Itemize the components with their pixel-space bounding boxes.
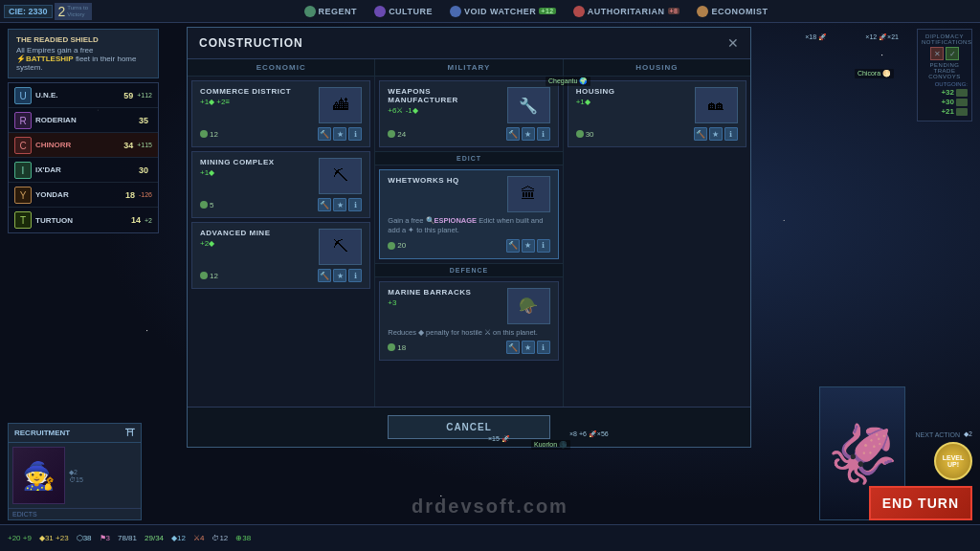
empire-avatar-ixdar: I	[14, 162, 32, 179]
empire-name-turtuon: TURTUON	[35, 216, 127, 225]
nav-economist[interactable]: ECONOMIST	[689, 4, 775, 19]
empire-row-ixdar[interactable]: I IX'DAR 30	[9, 158, 158, 183]
building-icon-advanced-mine: ⛏	[319, 229, 362, 265]
building-stat-commerce: +1◆ +2≡	[200, 98, 313, 106]
action-star-housing[interactable]: ★	[709, 127, 723, 141]
diplomacy-box: DIPLOMACYNOTIFICATIONS ✕ ✓ PENDING TRADE…	[917, 29, 972, 121]
action-info-housing[interactable]: ℹ	[724, 127, 738, 141]
action-star-commerce[interactable]: ★	[333, 127, 346, 141]
convoy-row-1: +32	[922, 88, 968, 97]
action-star-weapons[interactable]: ★	[522, 127, 535, 141]
building-card-commerce-district[interactable]: COMMERCE DISTRICT +1◆ +2≡ 🏙 12 🔨 ★ ℹ	[191, 80, 370, 147]
construction-modal: CONSTRUCTION ✕ ECONOMIC COMMERCE DISTRIC…	[187, 27, 751, 448]
building-icon-housing: 🏘	[695, 87, 738, 123]
building-stat-housing: +1◆	[576, 98, 689, 106]
stat-industry: ◆31 +23	[39, 534, 69, 542]
action-hammer-weapons[interactable]: 🔨	[506, 127, 520, 141]
stat-science: ◆12	[171, 534, 186, 542]
edicts-label: EDICTS	[9, 508, 141, 519]
diplomacy-title: DIPLOMACYNOTIFICATIONS	[922, 33, 968, 45]
modal-title: CONSTRUCTION	[199, 36, 303, 50]
action-hammer-housing[interactable]: 🔨	[694, 127, 707, 141]
action-hammer-whetworks[interactable]: 🔨	[506, 239, 520, 253]
cancel-button[interactable]: CANCEL	[388, 415, 550, 439]
building-cost-advanced-mine: 12	[200, 272, 218, 280]
empire-score-ixdar: 30	[139, 165, 148, 175]
empire-row-une[interactable]: U U.N.E. 59 +112	[9, 83, 158, 108]
stat-manpower: 78/81	[118, 534, 137, 542]
diplomacy-check-button[interactable]: ✓	[946, 47, 959, 60]
convoy-icon-3	[956, 108, 968, 116]
stat-military: ⚔4	[193, 534, 204, 542]
action-info-mining[interactable]: ℹ	[348, 198, 362, 211]
diplomacy-x-button[interactable]: ✕	[930, 47, 944, 60]
building-name-housing: HOUSING	[576, 87, 689, 96]
building-card-weapons-manufacturer[interactable]: WEAPONS MANUFACTURER +6⚔ -1◆ 🔧 24 🔨 ★ ℹ	[379, 80, 558, 147]
edict-section-label: EDICT	[375, 151, 562, 165]
economic-column: ECONOMIC COMMERCE DISTRICT +1◆ +2≡ 🏙 12 …	[188, 59, 375, 407]
modal-close-button[interactable]: ✕	[727, 35, 739, 51]
empire-row-roderian[interactable]: R RODERIAN 35	[9, 108, 158, 133]
nav-culture[interactable]: CULTURE	[367, 4, 440, 19]
cancel-bar: CANCEL	[188, 407, 750, 447]
empire-delta-une: +112	[137, 92, 152, 99]
empire-score-roderian: 35	[139, 116, 148, 125]
action-hammer-adv-mine[interactable]: 🔨	[318, 269, 331, 282]
nav-regent[interactable]: REGENT	[297, 4, 366, 19]
building-icon-whetworks: 🏛	[507, 176, 550, 212]
building-cost-barracks: 18	[388, 343, 406, 352]
action-hammer-barracks[interactable]: 🔨	[506, 341, 520, 354]
action-hammer-mining[interactable]: 🔨	[318, 198, 331, 211]
convoy-icon-2	[956, 99, 968, 106]
housing-column: HOUSING HOUSING +1◆ 🏘 30 🔨 ★	[564, 59, 750, 407]
stat-approval: ⊕38	[235, 534, 251, 542]
stat-turns: ⏱12	[212, 534, 228, 542]
building-icon-commerce: 🏙	[319, 87, 362, 123]
nav-void-watcher[interactable]: VOID WATCHER +12	[442, 4, 564, 19]
action-hammer-commerce[interactable]: 🔨	[318, 127, 331, 141]
military-header: MILITARY	[375, 59, 562, 77]
empire-row-yondar[interactable]: Y YONDAR 18 -126	[9, 183, 158, 208]
empire-name-yondar: YONDAR	[35, 190, 122, 199]
stat-influence: ⚑3	[100, 534, 110, 542]
empire-name-roderian: RODERIAN	[35, 116, 135, 124]
notification-card: THE READIED SHIELD All Empires gain a fr…	[8, 29, 159, 78]
empire-row-chinorr[interactable]: C CHINORR 34 +115	[9, 133, 158, 158]
empire-name-une: U.N.E.	[35, 91, 120, 99]
building-card-marine-barracks[interactable]: MARINE BARRACKS +3 🪖 Reduces ◆ penalty f…	[379, 281, 558, 362]
modal-header: CONSTRUCTION ✕	[188, 28, 750, 59]
pending-trade-title: PENDING TRADECONVOYS	[922, 62, 968, 79]
left-panel: THE READIED SHIELD All Empires gain a fr…	[8, 29, 159, 233]
end-turn-area: NEXT ACTION ◆2 LEVELUP! END TURN	[869, 430, 972, 520]
action-info-commerce[interactable]: ℹ	[348, 127, 362, 141]
action-star-barracks[interactable]: ★	[522, 341, 535, 354]
end-turn-button[interactable]: END TURN	[869, 486, 972, 520]
building-card-mining-complex[interactable]: MINING COMPLEX +1◆ ⛏ 5 🔨 ★ ℹ	[191, 151, 370, 218]
recruitment-figure: 🧙	[12, 447, 65, 504]
empire-score-turtuon: 14	[131, 215, 141, 225]
action-info-weapons[interactable]: ℹ	[537, 127, 550, 141]
action-info-adv-mine[interactable]: ℹ	[348, 269, 362, 282]
right-panel: DIPLOMACYNOTIFICATIONS ✕ ✓ PENDING TRADE…	[917, 29, 972, 121]
building-cost-weapons: 24	[388, 130, 406, 139]
empire-row-turtuon[interactable]: T TURTUON 14 +2	[9, 208, 158, 232]
empire-score-yondar: 18	[125, 190, 135, 200]
empire-list: U U.N.E. 59 +112 R RODERIAN 35 C CHINORR…	[8, 82, 159, 233]
building-card-whetworks[interactable]: WHETWORKS HQ 🏛 Gain a free 🔍ESPIONAGE Ed…	[379, 169, 558, 259]
next-action-label: NEXT ACTION	[916, 431, 961, 438]
empire-score-chinorr: 34	[123, 141, 133, 150]
action-star-adv-mine[interactable]: ★	[333, 269, 346, 282]
action-info-barracks[interactable]: ℹ	[537, 341, 550, 354]
action-star-whetworks[interactable]: ★	[522, 239, 535, 253]
recruitment-card: RECRUITMENT ⛩ 🧙 ◆2 ⏱15 EDICTS	[8, 423, 142, 520]
action-info-whetworks[interactable]: ℹ	[537, 239, 550, 253]
level-up-badge[interactable]: LEVELUP!	[934, 442, 972, 480]
convoy-icon-1	[956, 89, 968, 97]
building-card-housing[interactable]: HOUSING +1◆ 🏘 30 🔨 ★ ℹ	[568, 80, 746, 147]
empire-avatar-une: U	[14, 87, 32, 104]
action-star-mining[interactable]: ★	[333, 198, 346, 211]
stat-food: 29/34	[145, 534, 164, 542]
building-card-advanced-mine[interactable]: ADVANCED MINE +2◆ ⛏ 12 🔨 ★ ℹ	[191, 222, 370, 289]
nav-authoritarian[interactable]: AUTHORITARIAN +8	[566, 4, 688, 19]
empire-avatar-chinorr: C	[14, 137, 32, 154]
